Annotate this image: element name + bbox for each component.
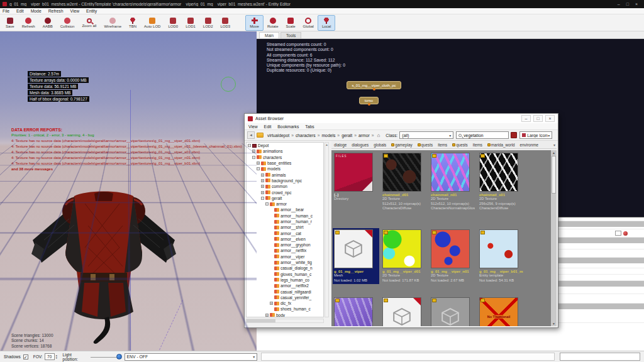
- toolbar-button-lod2[interactable]: LOD2: [199, 15, 217, 31]
- ab-tab-globals[interactable]: globals: [371, 143, 389, 147]
- ab-tab-dialogues[interactable]: dialogues: [349, 143, 371, 147]
- ab-close-button[interactable]: ×: [545, 115, 555, 122]
- toolbar-button-global[interactable]: Global: [299, 15, 318, 31]
- toolbar-button-local[interactable]: Local: [318, 15, 335, 31]
- menu-item-entity[interactable]: Entity: [86, 9, 97, 13]
- tab-tools[interactable]: Tools: [280, 32, 301, 38]
- asset-g-01-mg-viper[interactable]: g_01_mg__viperMeshNot loaded: 1.02 MB: [333, 228, 379, 284]
- asset-tile-10[interactable]: [430, 296, 476, 326]
- asset-chainmail-n01[interactable]: chainmail_n012D Texture512x512, 10 mipma…: [430, 151, 476, 212]
- asset-browser-titlebar[interactable]: Asset Browser – □ ×: [245, 114, 558, 123]
- ab-tab-quests[interactable]: quests: [415, 143, 436, 147]
- toolbar-button-move[interactable]: Move: [245, 15, 264, 31]
- grid-vertical-scrollbar[interactable]: ▲▼: [551, 150, 557, 326]
- tree-item-models[interactable]: −models: [247, 166, 323, 172]
- clear-search-button[interactable]: [511, 132, 517, 138]
- asset-g-01-mg-viper-n01[interactable]: g_01_mg__viper_n012D TextureNot loaded: …: [430, 228, 476, 284]
- tree-expander[interactable]: +: [257, 162, 260, 165]
- tree-horizontal-scrollbar[interactable]: [246, 319, 324, 323]
- menu-item-view[interactable]: View: [70, 9, 80, 13]
- tree-expander[interactable]: −: [265, 202, 269, 206]
- property-field[interactable]: [615, 231, 621, 236]
- minimize-button[interactable]: –: [618, 2, 620, 6]
- class-dropdown[interactable]: (all)▾: [399, 131, 453, 139]
- toolbar-button-refresh[interactable]: Refresh: [18, 15, 39, 31]
- tree-item-armor-human-c[interactable]: armor__human_c: [247, 213, 323, 219]
- statusbar-right-field[interactable]: [560, 353, 640, 361]
- record-icon[interactable]: [623, 231, 628, 236]
- graph-node-cloth[interactable]: s_01_mg__viper_cloth_pc: [347, 81, 401, 89]
- ab-tab-items[interactable]: items: [470, 143, 485, 147]
- tab-overflow-icon[interactable]: ▾: [553, 143, 557, 147]
- viper-armor-model[interactable]: [25, 166, 182, 348]
- tree-item-armor-elven[interactable]: armor__elven: [247, 236, 323, 242]
- back-button[interactable]: ◂: [247, 131, 255, 139]
- fov-stepper[interactable]: ▲▼: [55, 354, 58, 359]
- ab-menu-item-bookmarks[interactable]: Bookmarks: [277, 124, 299, 129]
- tree-item-armor-netflix2[interactable]: armor__netflix2: [247, 283, 323, 288]
- toolbar-button-save[interactable]: Save: [2, 15, 18, 31]
- asset-tile-9[interactable]: [381, 296, 428, 326]
- tree-item-dlc-fx[interactable]: +dlc_fx: [247, 300, 323, 306]
- 3d-viewport[interactable]: Distance: 2.57mTexture arrays data: 0.00…: [0, 31, 257, 351]
- fov-input[interactable]: 70: [45, 353, 55, 360]
- menu-item-mode[interactable]: Mode: [31, 9, 42, 13]
- breadcrumb-segment-geralt[interactable]: geralt: [341, 133, 352, 138]
- toolbar-button-tbn[interactable]: TBN: [125, 15, 140, 31]
- menu-item-edit[interactable]: Edit: [16, 9, 24, 13]
- ab-menu-item-view[interactable]: View: [248, 124, 258, 129]
- toolbar-button-lod0[interactable]: LOD0: [164, 15, 182, 31]
- tree-expander[interactable]: −: [252, 156, 255, 159]
- tree-expander[interactable]: −: [248, 144, 251, 147]
- home-icon[interactable]: ⌂: [377, 133, 380, 138]
- ab-tab-gameplay[interactable]: gameplay: [389, 143, 414, 147]
- toolbar-button-auto-lod[interactable]: Auto LOD: [140, 15, 164, 31]
- tree-item-depot[interactable]: −Depot: [247, 143, 323, 148]
- asset-tile-11[interactable]: No Thumbnail: [478, 296, 525, 326]
- asset-tile-8[interactable]: [333, 296, 379, 326]
- asset-chainmail-d01[interactable]: chainmail_d012D Texture512x512, 10 mipma…: [381, 151, 428, 212]
- tree-item-armor-bear[interactable]: armor__bear: [247, 207, 323, 212]
- toolbar-button-scale[interactable]: Scale: [282, 15, 299, 31]
- tree-item-base-entities[interactable]: +base_entities: [247, 160, 323, 166]
- tree-expander[interactable]: +: [270, 302, 273, 305]
- toolbar-button-collision[interactable]: Collision: [57, 15, 79, 31]
- tree-expander[interactable]: +: [261, 191, 264, 194]
- tree-expander[interactable]: +: [261, 179, 264, 182]
- toolbar-button-zoom-all[interactable]: Zoom all: [78, 15, 100, 31]
- tree-item-casual-dialoge-n[interactable]: casual_dialoge_n: [247, 265, 323, 271]
- view-mode-dropdown[interactable]: Large Icons ▾: [519, 131, 552, 139]
- ab-maximize-button[interactable]: □: [533, 115, 543, 122]
- tree-item-casual-nilfgaardi[interactable]: casual_nilfgaardi: [247, 288, 323, 294]
- breadcrumb-segment-armor[interactable]: armor: [358, 133, 370, 138]
- statusbar-wide-field[interactable]: [261, 353, 555, 361]
- tree-item-legs-human-co[interactable]: legs_human_co: [247, 277, 323, 283]
- ab-tab-environme[interactable]: environme: [518, 143, 541, 147]
- tree-item-common[interactable]: +common: [247, 184, 323, 189]
- slider-thumb-icon[interactable]: [116, 354, 122, 359]
- toolbar-button-lod1[interactable]: LOD1: [182, 15, 199, 31]
- tree-item-armor-netflix[interactable]: armor__netflix: [247, 248, 323, 253]
- tree-item-armor-cat[interactable]: armor__cat: [247, 230, 323, 236]
- tree-item-characters[interactable]: −characters: [247, 155, 323, 160]
- menu-item-file[interactable]: File: [3, 9, 9, 13]
- ab-tab-dialoge[interactable]: dialoge: [331, 143, 349, 147]
- tree-expander[interactable]: +: [252, 150, 255, 153]
- toolbar-button-aabb[interactable]: AABB: [39, 15, 57, 31]
- tree-expander[interactable]: −: [261, 197, 264, 200]
- breadcrumb-segment-characters[interactable]: characters: [296, 133, 316, 138]
- close-button[interactable]: ×: [635, 2, 638, 6]
- tab-main[interactable]: Main: [259, 32, 279, 38]
- tree-item-shoes-human-c[interactable]: shoes_human_c: [247, 306, 323, 312]
- tree-item-armor[interactable]: −armor: [247, 201, 323, 207]
- tree-expander[interactable]: +: [265, 314, 269, 317]
- tree-item-background-npc[interactable]: +background_npc: [247, 178, 323, 184]
- tree-item-casual-yennifer[interactable]: casual_yennifer_: [247, 295, 323, 300]
- breadcrumb-segment-virtualdepot[interactable]: virtualdepot: [267, 133, 289, 138]
- tree-item-armor-viper[interactable]: armor__viper: [247, 254, 323, 260]
- tree-item-geralt[interactable]: −geralt: [247, 195, 323, 201]
- search-input[interactable]: vegetation: [456, 131, 509, 139]
- tree-item-animations[interactable]: +animations: [247, 148, 323, 154]
- tree-item-armor-shirt[interactable]: armor__shirt: [247, 224, 323, 230]
- toolbar-button-lod3[interactable]: LOD3: [217, 15, 235, 31]
